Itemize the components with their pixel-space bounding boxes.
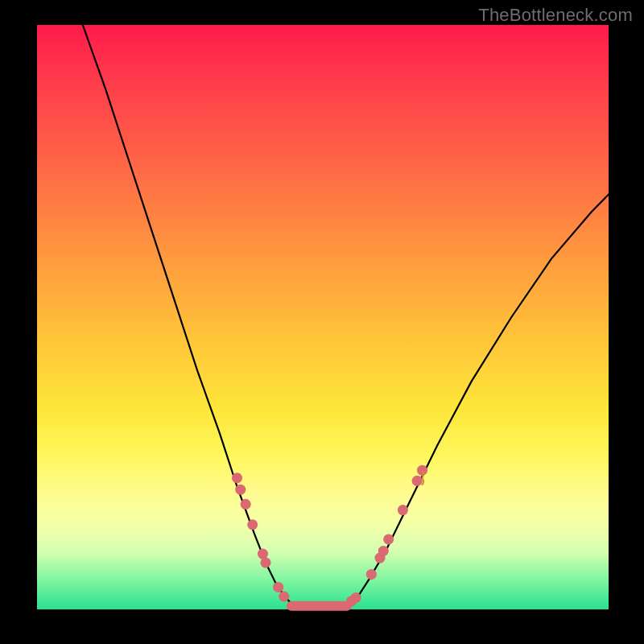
marker-left-0 xyxy=(232,473,242,483)
marker-right-4 xyxy=(378,546,389,556)
marker-left-5 xyxy=(261,557,271,568)
marker-right-6 xyxy=(398,505,408,515)
marker-right-2 xyxy=(366,569,377,580)
bottleneck-curve xyxy=(83,25,609,608)
marker-right-8 xyxy=(417,465,427,476)
chart-overlay xyxy=(37,25,609,609)
marker-left-6 xyxy=(273,582,283,592)
data-markers xyxy=(232,465,427,607)
outer-frame: TheBottleneck.com xyxy=(0,0,644,644)
marker-right-5 xyxy=(383,534,394,544)
marker-left-3 xyxy=(247,519,258,530)
marker-left-7 xyxy=(279,592,289,602)
marker-right-7 xyxy=(412,476,423,486)
marker-left-1 xyxy=(235,485,246,495)
curve-group xyxy=(83,25,609,608)
watermark-text: TheBottleneck.com xyxy=(478,5,633,26)
marker-left-2 xyxy=(241,499,251,510)
marker-right-1 xyxy=(351,592,361,603)
